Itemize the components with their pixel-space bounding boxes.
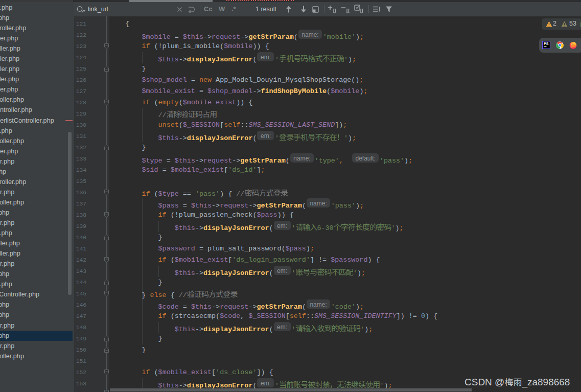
svg-text:PS: PS <box>544 41 549 46</box>
